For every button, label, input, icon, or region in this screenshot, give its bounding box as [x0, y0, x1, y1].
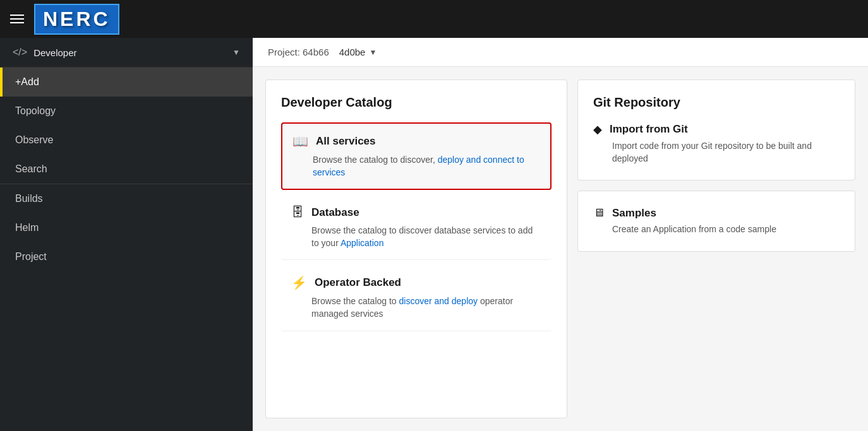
sidebar: </> Developer ▼ +Add Topology Observe Se…	[0, 38, 253, 431]
samples-icon: 🖥	[593, 206, 605, 220]
hamburger-menu[interactable]	[10, 15, 24, 23]
catalog-item-database-header: 🗄 Database	[291, 205, 541, 220]
project-dropdown[interactable]: 4d0be ▼	[334, 45, 382, 59]
project-dropdown-value: 4d0be	[339, 47, 366, 57]
developer-icon: </>	[13, 47, 27, 58]
logo-box: NERC	[34, 4, 119, 35]
project-label: Project: 64b66	[268, 47, 329, 57]
operator-desc-plain: Browse the catalog to	[311, 296, 399, 306]
database-icon: 🗄	[291, 205, 304, 220]
samples-desc: Create an Application from a code sample	[593, 223, 840, 236]
sidebar-item-builds[interactable]: Builds	[0, 184, 253, 213]
all-services-desc: Browse the catalog to discover, deploy a…	[292, 154, 540, 179]
content-area: Project: 64b66 4d0be ▼ Developer Catalog…	[253, 38, 868, 431]
sidebar-item-project[interactable]: Project	[0, 242, 253, 271]
project-bar: Project: 64b66 4d0be ▼	[253, 38, 868, 67]
sidebar-item-search[interactable]: Search	[0, 155, 253, 184]
operator-title: Operator Backed	[315, 276, 401, 289]
catalog-item-all-services-header: 📖 All services	[292, 134, 540, 149]
operator-desc-link: discover and deploy	[399, 296, 478, 306]
developer-catalog-title: Developer Catalog	[281, 95, 552, 110]
database-desc: Browse the catalog to discover database …	[291, 225, 541, 249]
sidebar-item-builds-label: Builds	[15, 193, 43, 204]
git-repository-card: Git Repository ◆ Import from Git Import …	[577, 80, 855, 180]
sidebar-item-search-label: Search	[15, 163, 47, 174]
catalog-item-database[interactable]: 🗄 Database Browse the catalog to discove…	[281, 195, 552, 260]
logo-text: NERC	[43, 8, 111, 31]
operator-icon: ⚡	[291, 275, 307, 290]
import-from-git-title: Import from Git	[610, 123, 688, 136]
sidebar-section-header[interactable]: </> Developer ▼	[0, 38, 253, 68]
git-repository-title: Git Repository	[593, 95, 840, 110]
import-from-git-item[interactable]: ◆ Import from Git Import code from your …	[593, 122, 840, 165]
samples-title: Samples	[612, 207, 656, 220]
all-services-desc-plain: Browse the catalog to discover,	[313, 155, 438, 165]
developer-catalog-card: Developer Catalog 📖 All services Browse …	[265, 80, 567, 418]
samples-item[interactable]: 🖥 Samples Create an Application from a c…	[593, 206, 840, 236]
right-column: Git Repository ◆ Import from Git Import …	[577, 80, 855, 418]
catalog-item-operator-header: ⚡ Operator Backed	[291, 275, 541, 290]
sidebar-section-arrow: ▼	[232, 48, 240, 57]
sidebar-item-topology[interactable]: Topology	[0, 97, 253, 126]
import-from-git-header: ◆ Import from Git	[593, 122, 840, 136]
samples-header: 🖥 Samples	[593, 206, 840, 220]
samples-card: 🖥 Samples Create an Application from a c…	[577, 191, 855, 252]
top-header: NERC	[0, 0, 868, 38]
database-title: Database	[311, 206, 359, 219]
sidebar-item-add-label: +Add	[15, 76, 39, 87]
sidebar-item-helm-label: Helm	[15, 222, 39, 233]
sidebar-item-observe-label: Observe	[15, 134, 53, 145]
sidebar-item-add[interactable]: +Add	[0, 68, 253, 97]
all-services-title: All services	[316, 135, 376, 148]
cards-container: Developer Catalog 📖 All services Browse …	[253, 67, 868, 431]
sidebar-item-topology-label: Topology	[15, 105, 56, 116]
catalog-item-operator-backed[interactable]: ⚡ Operator Backed Browse the catalog to …	[281, 265, 552, 331]
sidebar-item-project-label: Project	[15, 251, 47, 262]
sidebar-section-title: Developer	[33, 47, 76, 58]
main-layout: </> Developer ▼ +Add Topology Observe Se…	[0, 38, 868, 431]
git-icon: ◆	[593, 122, 602, 136]
operator-desc: Browse the catalog to discover and deplo…	[291, 295, 541, 320]
book-icon: 📖	[292, 134, 308, 149]
sidebar-item-helm[interactable]: Helm	[0, 213, 253, 242]
import-from-git-desc: Import code from your Git repository to …	[593, 140, 840, 165]
sidebar-item-observe[interactable]: Observe	[0, 126, 253, 155]
dropdown-arrow-icon: ▼	[369, 48, 377, 57]
database-desc-link: Application	[341, 238, 384, 248]
catalog-item-all-services[interactable]: 📖 All services Browse the catalog to dis…	[281, 122, 552, 190]
